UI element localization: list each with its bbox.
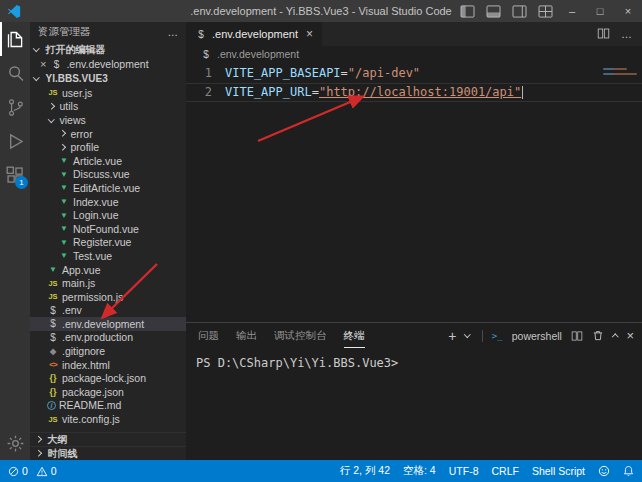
env-file-icon: $ [195, 29, 207, 40]
tree-item[interactable]: ▼App.vue [30, 263, 186, 277]
token-operator: = [312, 85, 319, 99]
tree-item[interactable]: iREADME.md [30, 399, 186, 413]
toggle-panel-icon[interactable] [480, 0, 506, 22]
chevron-right-icon [48, 103, 54, 109]
indentation[interactable]: 空格: 4 [403, 464, 436, 478]
more-actions-icon[interactable]: … [621, 28, 632, 40]
tree-item[interactable]: views [30, 113, 186, 127]
js-file-icon: JS [47, 279, 59, 288]
panel-header: 问题输出调试控制台终端 + >_ powershell [186, 323, 642, 348]
panel-tab[interactable]: 终端 [344, 324, 365, 348]
code-line[interactable]: 1VITE_APP_BASEAPI="/api-dev" [186, 64, 642, 83]
close-window-icon[interactable]: × [614, 0, 642, 22]
open-editors-section[interactable]: 打开的编辑器 [30, 42, 186, 57]
editor-actions: … [597, 22, 642, 46]
statusbar-left: 0 0 [8, 465, 57, 477]
panel-tabs: 问题输出调试控制台终端 [198, 324, 365, 348]
feedback-smiley-icon[interactable] [598, 465, 610, 477]
tree-item[interactable]: $.env [30, 304, 186, 318]
customize-layout-icon[interactable] [532, 0, 558, 22]
vue-file-icon: ▼ [47, 265, 59, 274]
terminal[interactable]: PS D:\CSharp\Yi\Yi.BBS.Vue3> [186, 348, 642, 460]
tree-item[interactable]: profile [30, 140, 186, 154]
explorer-icon[interactable] [0, 22, 30, 56]
outline-section[interactable]: 大纲 [30, 432, 186, 446]
vue-file-icon: ▼ [58, 183, 70, 192]
eol-sequence[interactable]: CRLF [491, 465, 518, 477]
problems-indicator[interactable]: 0 0 [8, 465, 57, 477]
tree-item[interactable]: ▼Test.vue [30, 249, 186, 263]
kill-terminal-trash-icon[interactable] [592, 329, 604, 342]
project-section-header[interactable]: YI.BBS.VUE3 [30, 71, 186, 86]
js-file-icon: JS [47, 415, 59, 424]
new-terminal-icon[interactable]: + [448, 328, 456, 344]
maximize-panel-icon[interactable] [612, 334, 618, 340]
source-control-icon[interactable] [0, 90, 30, 124]
open-editor-item[interactable]: × $ .env.development [30, 57, 186, 71]
file-name: index.html [62, 359, 110, 371]
close-tab-icon[interactable]: × [306, 27, 313, 41]
code-editor[interactable]: 1VITE_APP_BASEAPI="/api-dev"2VITE_APP_UR… [186, 62, 642, 322]
language-mode[interactable]: Shell Script [532, 465, 585, 477]
notifications-bell-icon[interactable] [623, 465, 634, 477]
vue-file-icon: ▼ [58, 251, 70, 260]
vue-file-icon: ▼ [58, 197, 70, 206]
minimize-icon[interactable]: – [558, 0, 586, 22]
toggle-secondary-sidebar-icon[interactable] [506, 0, 532, 22]
tree-item[interactable]: JSuser.js [30, 86, 186, 100]
file-name: permission.js [62, 291, 123, 303]
maximize-icon[interactable]: □ [586, 0, 614, 22]
code-line[interactable]: 2VITE_APP_URL="http://localhost:19001/ap… [186, 83, 642, 102]
tree-item[interactable]: ▼Index.vue [30, 195, 186, 209]
close-editor-icon[interactable]: × [40, 58, 46, 70]
tree-item[interactable]: $.env.production [30, 331, 186, 345]
tab-env-development[interactable]: $ .env.development × [186, 22, 322, 46]
tree-item[interactable]: ▼Discuss.vue [30, 168, 186, 182]
tree-item[interactable]: ▼Article.vue [30, 154, 186, 168]
panel-tab[interactable]: 问题 [198, 324, 219, 348]
cursor-position[interactable]: 行 2, 列 42 [340, 464, 390, 478]
tree-item[interactable]: error [30, 127, 186, 141]
file-name: Login.vue [73, 209, 119, 221]
panel-tab[interactable]: 调试控制台 [274, 324, 327, 348]
tree-item[interactable]: <>index.html [30, 358, 186, 372]
tree-item[interactable]: JSpermission.js [30, 290, 186, 304]
split-editor-icon[interactable] [597, 27, 610, 42]
js-file-icon: JS [47, 88, 59, 97]
tree-item[interactable]: {}package-lock.json [30, 371, 186, 385]
tree-item[interactable]: JSvite.config.js [30, 412, 186, 426]
toggle-sidebar-icon[interactable] [454, 0, 480, 22]
error-icon [8, 466, 19, 477]
terminal-shell-label[interactable]: powershell [512, 330, 562, 342]
panel-actions: + >_ powershell × [448, 328, 634, 344]
more-actions-icon[interactable]: … [168, 26, 179, 38]
settings-gear-icon[interactable] [0, 426, 30, 460]
tree-item[interactable]: $.env.development [30, 317, 186, 331]
close-panel-icon[interactable]: × [626, 328, 634, 343]
run-debug-icon[interactable] [0, 124, 30, 158]
search-icon[interactable] [0, 56, 30, 90]
tree-item[interactable]: ▼EditArticle.vue [30, 181, 186, 195]
panel-tab[interactable]: 输出 [236, 324, 257, 348]
file-name: main.js [62, 277, 95, 289]
vscode-logo-icon [7, 4, 22, 19]
tree-item[interactable]: ▼NotFound.vue [30, 222, 186, 236]
split-terminal-icon[interactable] [571, 330, 583, 342]
tab-bar: $ .env.development × … [186, 22, 642, 46]
tree-item[interactable]: JSmain.js [30, 276, 186, 290]
tree-item[interactable]: utils [30, 100, 186, 114]
chevron-down-icon[interactable] [464, 331, 470, 337]
status-bar: 0 0 行 2, 列 42 空格: 4 UTF-8 CRLF Shell Scr… [0, 460, 642, 482]
breadcrumb[interactable]: $ .env.development [186, 46, 642, 62]
file-name: utils [60, 100, 79, 112]
activity-bar: 1 [0, 22, 30, 460]
tree-item[interactable]: ◆.gitignore [30, 344, 186, 358]
timeline-section[interactable]: 时间线 [30, 446, 186, 460]
explorer-sidebar: 资源管理器 … 打开的编辑器 × $ .env.development YI.B… [30, 22, 186, 460]
extensions-icon[interactable]: 1 [0, 158, 30, 192]
encoding[interactable]: UTF-8 [449, 465, 479, 477]
tree-item[interactable]: ▼Register.vue [30, 236, 186, 250]
tree-item[interactable]: ▼Login.vue [30, 208, 186, 222]
tree-item[interactable]: {}package.json [30, 385, 186, 399]
token-string: "/api-dev" [348, 66, 420, 80]
